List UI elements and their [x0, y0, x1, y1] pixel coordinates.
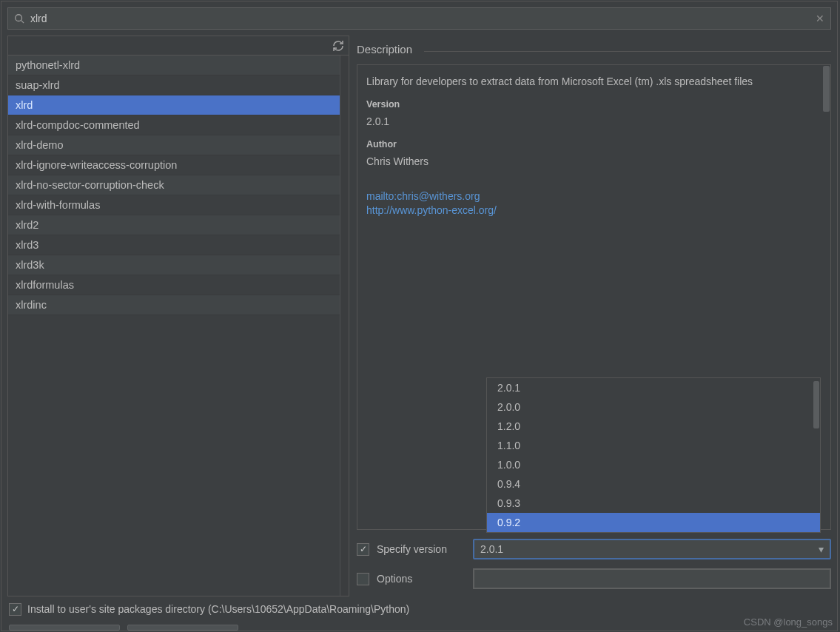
version-combobox-value: 2.0.1 [480, 543, 503, 555]
search-input[interactable] [24, 13, 816, 24]
package-list-header [8, 36, 349, 56]
chevron-down-icon: ▾ [819, 543, 824, 555]
package-summary: Library for developers to extract data f… [366, 75, 821, 87]
version-option[interactable]: 2.0.1 [487, 378, 820, 397]
package-item[interactable]: xlrd2 [8, 215, 340, 235]
description-panel: Description Library for developers to ex… [357, 36, 831, 596]
dialog-button[interactable] [9, 625, 120, 631]
version-option[interactable]: 0.9.4 [487, 474, 820, 494]
refresh-icon[interactable] [332, 40, 344, 52]
svg-point-0 [16, 15, 22, 21]
package-item[interactable]: xlrd3 [8, 235, 340, 255]
package-item[interactable]: xlrdinc [8, 295, 340, 315]
package-item[interactable]: xlrd [8, 95, 340, 115]
version-option[interactable]: 1.0.0 [487, 455, 820, 474]
install-user-label: Install to user's site packages director… [27, 603, 409, 615]
package-item[interactable]: suap-xlrd [8, 75, 340, 95]
package-item[interactable]: xlrd-compdoc-commented [8, 115, 340, 135]
package-item[interactable]: xlrd3k [8, 255, 340, 275]
package-item[interactable]: xlrdformulas [8, 275, 340, 295]
dialog-button-row [1, 622, 837, 631]
description-heading: Description [357, 38, 412, 61]
svg-line-1 [21, 21, 24, 24]
version-dropdown-scrollbar[interactable] [812, 378, 820, 532]
package-item[interactable]: pythonetl-xlrd [8, 56, 340, 75]
search-icon [14, 13, 24, 24]
package-list-panel: pythonetl-xlrdsuap-xlrdxlrdxlrd-compdoc-… [7, 36, 349, 596]
author-value: Chris Withers [366, 155, 821, 167]
version-option[interactable]: 1.2.0 [487, 417, 820, 436]
options-checkbox[interactable] [357, 573, 369, 585]
version-value: 2.0.1 [366, 115, 821, 127]
package-list[interactable]: pythonetl-xlrdsuap-xlrdxlrdxlrd-compdoc-… [8, 56, 340, 596]
options-label: Options [377, 573, 466, 585]
author-label: Author [366, 139, 821, 149]
package-item[interactable]: xlrd-demo [8, 135, 340, 155]
package-link[interactable]: mailto:chris@withers.org [366, 189, 821, 204]
specify-version-label: Specify version [377, 543, 466, 555]
version-combobox[interactable]: 2.0.1 ▾ [473, 539, 831, 559]
package-item[interactable]: xlrd-no-sector-corruption-check [8, 175, 340, 195]
package-link[interactable]: http://www.python-excel.org/ [366, 204, 821, 218]
version-dropdown-popup[interactable]: 2.0.12.0.01.2.01.1.01.0.00.9.40.9.30.9.2 [486, 377, 821, 533]
version-label: Version [366, 99, 821, 110]
clear-search-icon[interactable]: ✕ [816, 13, 824, 24]
search-bar[interactable]: ✕ [7, 7, 831, 30]
options-input[interactable] [473, 568, 831, 589]
version-option[interactable]: 1.1.0 [487, 436, 820, 455]
package-list-scrollbar[interactable] [340, 56, 349, 596]
package-item[interactable]: xlrd-ignore-writeaccess-corruption [8, 155, 340, 175]
install-user-row: Install to user's site packages director… [1, 596, 837, 622]
install-user-checkbox[interactable] [9, 603, 21, 616]
version-option[interactable]: 2.0.0 [487, 397, 820, 417]
description-scrollbar[interactable] [821, 65, 830, 529]
package-item[interactable]: xlrd-with-formulas [8, 195, 340, 215]
watermark: CSDN @long_songs [744, 616, 833, 628]
version-option[interactable]: 0.9.2 [487, 513, 820, 532]
dialog-button[interactable] [127, 625, 238, 631]
specify-version-checkbox[interactable] [357, 543, 369, 556]
heading-divider [424, 51, 831, 52]
version-option[interactable]: 0.9.3 [487, 494, 820, 513]
